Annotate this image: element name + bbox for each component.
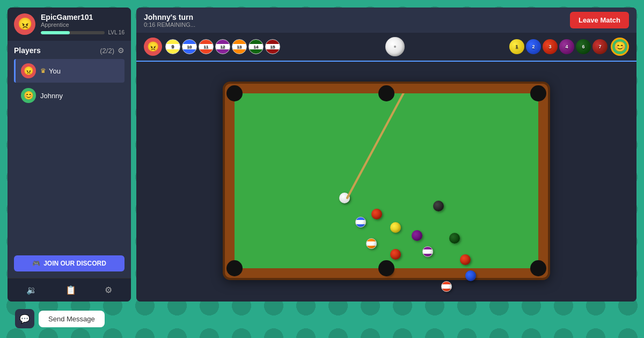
players-count: (2/2) ⚙: [100, 46, 125, 55]
discord-button[interactable]: 🎮 JOIN OUR DISCORD: [14, 255, 125, 271]
sidebar-username: EpicGamer101: [41, 13, 125, 21]
ball-15: 15: [265, 39, 280, 54]
table-ball-r1: [371, 209, 382, 219]
game-area: Johnny's turn 0:16 REMAINING... Leave Ma…: [136, 8, 636, 302]
table-ball-r10: [465, 270, 476, 281]
player-avatar-johnny: 😊: [21, 88, 36, 103]
table-ball-s1: [355, 217, 366, 227]
chat-button[interactable]: 📋: [61, 283, 80, 297]
turn-name: Johnny's turn: [144, 13, 195, 21]
main-wrapper: 😠 EpicGamer101 Apprentice LVL 16 Players: [0, 0, 644, 338]
player-score-you: 😠 9 10 11 12 13 14 15: [144, 38, 280, 56]
ball-9: 9: [165, 39, 180, 54]
table-ball-r7: [460, 254, 471, 265]
player-name-you: ♛ You: [40, 67, 61, 75]
score-avatar-johnny: 😊: [611, 38, 629, 56]
pocket-top-center: [378, 85, 394, 101]
table-ball-r3: [412, 230, 422, 241]
sidebar-rank: Apprentice: [41, 21, 125, 28]
sidebar-footer: 🔉 📋 ⚙: [8, 278, 131, 302]
pocket-bottom-center: [378, 260, 394, 276]
bottom-bar: 💬 Send Message: [8, 307, 636, 330]
pocket-bottom-right: [530, 260, 546, 276]
ball-11: 11: [199, 39, 214, 54]
cue-ball-dot: [394, 46, 396, 48]
score-avatar-you: 😠: [144, 38, 162, 56]
cue-ball-display: [385, 37, 405, 56]
leave-match-button[interactable]: Leave Match: [570, 12, 629, 28]
ball-1: 1: [509, 39, 524, 54]
player-item-johnny[interactable]: 😊 Johnny: [14, 84, 125, 107]
player-list: 😠 ♛ You 😊 Johnny: [14, 59, 125, 107]
balls-row-johnny: 7 6 4 3 2 1: [509, 39, 608, 54]
ball-7: 7: [592, 39, 608, 54]
ball-3: 3: [543, 39, 558, 54]
player-name-johnny: Johnny: [40, 92, 63, 100]
top-layout: 😠 EpicGamer101 Apprentice LVL 16 Players: [8, 8, 636, 302]
settings-button[interactable]: ⚙: [100, 283, 116, 297]
discord-icon: 🎮: [32, 260, 40, 267]
turn-info: Johnny's turn 0:16 REMAINING...: [144, 13, 195, 28]
ball-12: 12: [215, 39, 230, 54]
xp-bar: [41, 31, 105, 34]
turn-timer: 0:16 REMAINING...: [144, 21, 195, 28]
ball-4: 4: [559, 39, 574, 54]
table-ball-r8: [422, 246, 433, 257]
ball-13: 13: [232, 39, 247, 54]
table-cue-ball: [339, 193, 350, 203]
table-ball-r5: [390, 249, 401, 260]
xp-fill: [41, 31, 70, 34]
crown-icon: ♛: [40, 67, 46, 75]
ball-10: 10: [182, 39, 197, 54]
message-icon-button[interactable]: 💬: [15, 309, 34, 328]
player-item-you[interactable]: 😠 ♛ You: [14, 59, 125, 83]
table-ball-8: [433, 201, 444, 211]
players-section: Players (2/2) ⚙ 😠 ♛ You: [8, 41, 131, 111]
ball-6: 6: [576, 39, 591, 54]
filter-icon[interactable]: ⚙: [118, 46, 125, 55]
players-title: Players: [14, 46, 41, 55]
ball-2: 2: [526, 39, 541, 54]
sidebar-spacer: [8, 111, 131, 249]
sidebar-header: 😠 EpicGamer101 Apprentice LVL 16: [8, 8, 131, 41]
svg-line-0: [347, 93, 406, 198]
level-badge: LVL 16: [108, 30, 125, 35]
pocket-top-right: [530, 85, 546, 101]
game-topbar: Johnny's turn 0:16 REMAINING... Leave Ma…: [136, 8, 636, 33]
cue-stick: [235, 93, 538, 268]
table-ball-r6: [449, 233, 460, 244]
xp-bar-container: LVL 16: [41, 30, 125, 35]
sidebar: 😠 EpicGamer101 Apprentice LVL 16 Players: [8, 8, 131, 302]
balls-row-you: 9 10 11 12 13 14 15: [165, 39, 280, 54]
player-score-johnny: 😊 7 6 4 3 2 1: [509, 38, 629, 56]
game-content: 😠 9 10 11 12 13 14 15: [136, 33, 636, 302]
table-ball-r4: [366, 238, 377, 249]
sidebar-user-info: EpicGamer101 Apprentice LVL 16: [41, 13, 125, 35]
player-avatar-you: 😠: [21, 63, 36, 78]
volume-button[interactable]: 🔉: [22, 283, 41, 297]
table-ball-r11: [441, 281, 452, 292]
pool-table-wrapper: [136, 62, 636, 302]
score-bar: 😠 9 10 11 12 13 14 15: [136, 33, 636, 62]
send-message-button[interactable]: Send Message: [39, 311, 105, 327]
players-header: Players (2/2) ⚙: [14, 46, 125, 55]
avatar: 😠: [14, 13, 35, 35]
pocket-top-left: [226, 85, 243, 101]
table-felt: [235, 93, 538, 268]
pocket-bottom-left: [226, 260, 243, 276]
ball-14: 14: [248, 39, 264, 54]
table-ball-r2: [390, 222, 401, 233]
pool-table: [223, 82, 550, 280]
avatar-face-icon: 😠: [18, 17, 32, 31]
